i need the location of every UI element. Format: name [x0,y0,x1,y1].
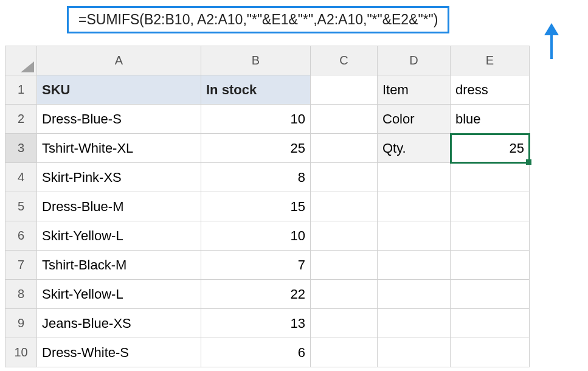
cell-C4[interactable] [311,163,378,192]
row-3: 3 Tshirt-White-XL 25 Qty. 25 [5,134,530,163]
cell-B9[interactable]: 13 [201,309,311,338]
cell-E8[interactable] [451,280,530,309]
cell-D9[interactable] [378,309,451,338]
cell-D6[interactable] [378,221,451,251]
row-header-3[interactable]: 3 [5,134,37,163]
formula-bar[interactable]: =SUMIFS(B2:B10, A2:A10,"*"&E1&"*",A2:A10… [67,6,449,33]
cell-D3[interactable]: Qty. [378,134,451,163]
row-header-10[interactable]: 10 [5,338,37,367]
row-header-2[interactable]: 2 [5,105,37,134]
cell-B4[interactable]: 8 [201,163,311,192]
arrow-head-icon [544,23,559,35]
cell-E3[interactable]: 25 [451,134,530,163]
cell-D5[interactable] [378,192,451,221]
row-header-1[interactable]: 1 [5,75,37,105]
cell-C9[interactable] [311,309,378,338]
cell-E1[interactable]: dress [451,75,530,105]
cell-D4[interactable] [378,163,451,192]
row-1: 1 SKU In stock Item dress [5,75,530,105]
cell-A2[interactable]: Dress-Blue-S [37,105,201,134]
row-header-8[interactable]: 8 [5,280,37,309]
cell-C6[interactable] [311,221,378,251]
cell-A7[interactable]: Tshirt-Black-M [37,251,201,280]
row-8: 8 Skirt-Yellow-L 22 [5,280,530,309]
cell-B3[interactable]: 25 [201,134,311,163]
cell-A5[interactable]: Dress-Blue-M [37,192,201,221]
select-all-corner[interactable] [5,46,37,75]
row-4: 4 Skirt-Pink-XS 8 [5,163,530,192]
cell-E10[interactable] [451,338,530,367]
cell-B7[interactable]: 7 [201,251,311,280]
cell-A3[interactable]: Tshirt-White-XL [37,134,201,163]
cell-E2[interactable]: blue [451,105,530,134]
cell-E7[interactable] [451,251,530,280]
row-10: 10 Dress-White-S 6 [5,338,530,367]
row-2: 2 Dress-Blue-S 10 Color blue [5,105,530,134]
cell-B6[interactable]: 10 [201,221,311,251]
row-7: 7 Tshirt-Black-M 7 [5,251,530,280]
row-5: 5 Dress-Blue-M 15 [5,192,530,221]
cell-D10[interactable] [378,338,451,367]
cell-D2[interactable]: Color [378,105,451,134]
row-header-9[interactable]: 9 [5,309,37,338]
cell-E9[interactable] [451,309,530,338]
cell-B2[interactable]: 10 [201,105,311,134]
cell-E6[interactable] [451,221,530,251]
cell-B10[interactable]: 6 [201,338,311,367]
cell-D1[interactable]: Item [378,75,451,105]
row-6: 6 Skirt-Yellow-L 10 [5,221,530,251]
cell-A10[interactable]: Dress-White-S [37,338,201,367]
cell-C8[interactable] [311,280,378,309]
cell-A9[interactable]: Jeans-Blue-XS [37,309,201,338]
column-header-row: A B C D E [5,46,530,75]
cell-A1[interactable]: SKU [37,75,201,105]
cell-C1[interactable] [311,75,378,105]
cell-D8[interactable] [378,280,451,309]
row-header-4[interactable]: 4 [5,163,37,192]
spreadsheet-grid[interactable]: A B C D E 1 SKU In stock Item dress 2 Dr… [5,46,530,367]
cell-C7[interactable] [311,251,378,280]
cell-B8[interactable]: 22 [201,280,311,309]
col-header-C[interactable]: C [311,46,378,75]
cell-B5[interactable]: 15 [201,192,311,221]
col-header-E[interactable]: E [451,46,530,75]
col-header-D[interactable]: D [378,46,451,75]
col-header-A[interactable]: A [37,46,201,75]
cell-C2[interactable] [311,105,378,134]
cell-B1[interactable]: In stock [201,75,311,105]
cell-E4[interactable] [451,163,530,192]
cell-A6[interactable]: Skirt-Yellow-L [37,221,201,251]
row-9: 9 Jeans-Blue-XS 13 [5,309,530,338]
row-header-6[interactable]: 6 [5,221,37,251]
cell-D7[interactable] [378,251,451,280]
cell-C3[interactable] [311,134,378,163]
cell-C5[interactable] [311,192,378,221]
row-header-7[interactable]: 7 [5,251,37,280]
cell-E5[interactable] [451,192,530,221]
cell-C10[interactable] [311,338,378,367]
cell-A8[interactable]: Skirt-Yellow-L [37,280,201,309]
row-header-5[interactable]: 5 [5,192,37,221]
cell-A4[interactable]: Skirt-Pink-XS [37,163,201,192]
col-header-B[interactable]: B [201,46,311,75]
